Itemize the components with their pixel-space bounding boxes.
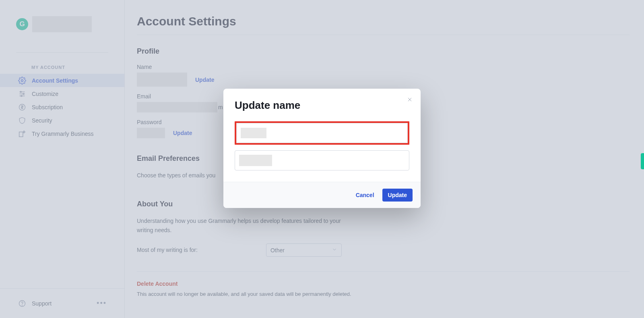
feedback-tab[interactable] [641,153,644,169]
modal-title: Update name [235,99,409,112]
first-name-input[interactable] [236,123,408,143]
modal-footer: Cancel Update [223,182,421,208]
update-name-modal: Update name Cancel Update [223,89,421,208]
last-name-input[interactable] [235,150,409,170]
first-name-value-placeholder [241,128,266,138]
close-icon[interactable] [405,95,414,104]
modal-backdrop[interactable]: Update name Cancel Update [0,0,644,318]
first-name-input-highlight [235,121,409,145]
cancel-button[interactable]: Cancel [351,189,379,202]
last-name-value-placeholder [239,155,272,166]
update-button[interactable]: Update [382,189,413,202]
